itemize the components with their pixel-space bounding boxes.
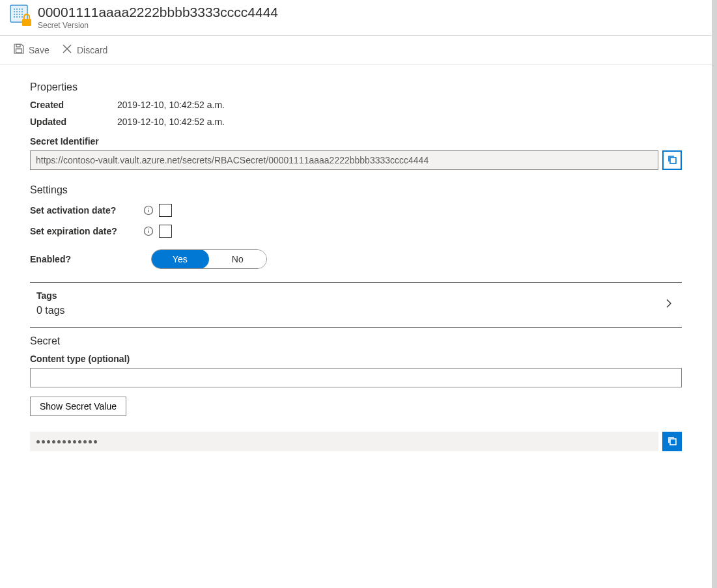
enabled-yes-option[interactable]: Yes — [151, 249, 209, 269]
secret-value-field[interactable] — [30, 432, 658, 451]
created-label: Created — [30, 100, 117, 110]
save-label: Save — [29, 45, 49, 55]
page-title: 00001111aaaa2222bbbb3333cccc4444 — [38, 4, 278, 20]
svg-point-25 — [148, 208, 148, 208]
info-icon[interactable] — [143, 205, 154, 216]
copy-secret-value-button[interactable] — [662, 432, 682, 451]
svg-point-9 — [14, 14, 15, 15]
updated-value: 2019-12-10, 10:42:52 a.m. — [117, 117, 225, 127]
expiration-date-label: Set expiration date? — [30, 226, 138, 236]
svg-point-10 — [16, 14, 18, 15]
svg-point-7 — [19, 11, 20, 12]
page-subtitle: Secret Version — [38, 21, 278, 30]
tags-count: 0 tags — [36, 305, 65, 316]
svg-point-16 — [21, 16, 23, 18]
copy-icon — [667, 154, 677, 167]
secret-identifier-label: Secret Identifier — [30, 136, 682, 147]
page: 00001111aaaa2222bbbb3333cccc4444 Secret … — [0, 0, 717, 588]
activation-date-checkbox[interactable] — [159, 204, 172, 217]
svg-point-4 — [21, 8, 23, 10]
page-header: 00001111aaaa2222bbbb3333cccc4444 Secret … — [0, 0, 712, 36]
chevron-right-icon — [662, 297, 675, 310]
main-content: Properties Created 2019-12-10, 10:42:52 … — [0, 64, 712, 468]
svg-point-14 — [16, 16, 18, 18]
svg-point-13 — [14, 16, 15, 18]
svg-rect-29 — [670, 439, 676, 445]
save-button[interactable]: Save — [9, 40, 53, 59]
svg-point-6 — [16, 11, 18, 12]
info-icon[interactable] — [143, 226, 154, 236]
tags-expander[interactable]: Tags 0 tags — [30, 283, 682, 327]
copy-identifier-button[interactable] — [662, 150, 682, 170]
tags-title: Tags — [36, 290, 65, 301]
masked-secret-value — [36, 440, 97, 443]
svg-point-8 — [21, 11, 23, 12]
divider — [30, 327, 682, 328]
created-row: Created 2019-12-10, 10:42:52 a.m. — [30, 100, 682, 110]
properties-heading: Properties — [30, 81, 682, 93]
svg-rect-22 — [670, 158, 676, 163]
save-icon — [13, 43, 25, 57]
expiration-date-checkbox[interactable] — [159, 225, 172, 238]
settings-heading: Settings — [30, 184, 682, 196]
content-type-label: Content type (optional) — [30, 354, 682, 364]
svg-point-15 — [19, 16, 20, 18]
svg-point-28 — [148, 229, 148, 229]
close-icon — [61, 43, 73, 57]
svg-point-1 — [14, 8, 15, 10]
discard-button[interactable]: Discard — [57, 40, 111, 59]
updated-label: Updated — [30, 117, 117, 127]
secret-vault-icon — [9, 4, 31, 26]
secret-identifier-input[interactable] — [30, 150, 658, 170]
discard-label: Discard — [77, 45, 107, 55]
secret-heading: Secret — [30, 335, 682, 347]
enabled-label: Enabled? — [30, 254, 151, 264]
show-secret-value-button[interactable]: Show Secret Value — [30, 397, 126, 416]
svg-point-2 — [16, 8, 18, 10]
updated-row: Updated 2019-12-10, 10:42:52 a.m. — [30, 117, 682, 127]
command-bar: Save Discard — [0, 36, 712, 64]
created-value: 2019-12-10, 10:42:52 a.m. — [117, 100, 225, 110]
enabled-no-option[interactable]: No — [209, 250, 267, 268]
enabled-toggle[interactable]: Yes No — [151, 249, 267, 269]
svg-point-3 — [19, 8, 20, 10]
svg-point-12 — [21, 14, 23, 15]
copy-icon — [667, 436, 677, 448]
svg-rect-18 — [16, 44, 20, 47]
content-type-input[interactable] — [30, 368, 682, 387]
activation-date-label: Set activation date? — [30, 205, 138, 216]
svg-rect-19 — [16, 49, 22, 53]
svg-point-5 — [14, 11, 15, 12]
svg-point-11 — [19, 14, 20, 15]
svg-rect-17 — [22, 19, 31, 26]
